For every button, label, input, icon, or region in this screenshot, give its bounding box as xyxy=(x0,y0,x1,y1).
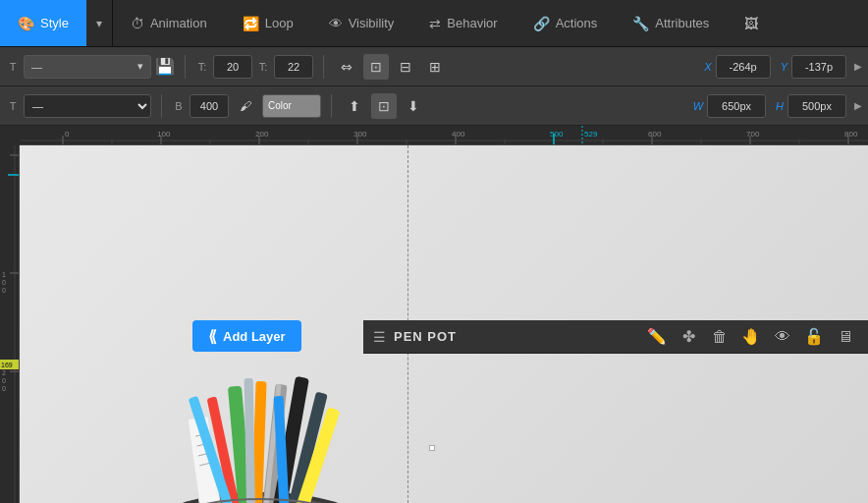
eye-tool[interactable]: 👁 xyxy=(770,324,795,350)
edit-pen-tool[interactable]: ✏️ xyxy=(644,324,670,350)
tab-visibility-label: Visibility xyxy=(349,16,395,30)
tab-style[interactable]: 🎨 Style xyxy=(0,0,86,46)
svg-text:529: 529 xyxy=(584,130,598,139)
ruler-h-svg: 0 100 200 300 400 500 529 600 700 800 xyxy=(20,126,868,145)
align-right-btn[interactable]: ⊞ xyxy=(422,54,448,80)
add-layer-button[interactable]: ⟪ Add Layer xyxy=(192,320,301,352)
monitor-tool[interactable]: 🖥 xyxy=(833,324,858,350)
behavior-icon: ⇄ xyxy=(429,16,441,31)
loop-icon: 🔁 xyxy=(243,16,259,31)
transform-tool[interactable]: ✤ xyxy=(676,324,701,350)
font-size-label-2: T: xyxy=(256,61,270,73)
tab-attributes[interactable]: 🔧 Attributes xyxy=(615,0,727,46)
top-nav-bar: 🎨 Style ▾ ⏱ Animation 🔁 Loop 👁 Visibilit… xyxy=(0,0,868,47)
visibility-icon: 👁 xyxy=(329,16,343,31)
x-coord-label: X xyxy=(704,61,711,73)
layer-tools-group: ✏️ ✤ 🗑 🤚 👁 🔓 🖥 xyxy=(644,324,858,350)
align-left-btn[interactable]: ⇔ xyxy=(334,54,359,80)
svg-text:700: 700 xyxy=(746,130,760,139)
font-size-input-2[interactable] xyxy=(274,55,313,79)
bold-value-input[interactable] xyxy=(190,94,229,118)
y-coord-label: Y xyxy=(781,61,787,73)
toolbar-row-2: T — B 🖌 Color ⬆ ⊡ ⬇ W H ▶ xyxy=(0,86,868,126)
align-center-btn[interactable]: ⊡ xyxy=(363,54,389,80)
svg-text:500: 500 xyxy=(550,130,564,139)
font-family-dropdown[interactable]: — xyxy=(24,94,151,118)
ruler-horizontal: 0 100 200 300 400 500 529 600 700 800 xyxy=(20,126,868,145)
tab-actions[interactable]: 🔗 Actions xyxy=(515,0,616,46)
color-swatch[interactable]: Color xyxy=(262,94,321,118)
more-options-2: ▶ xyxy=(854,100,862,111)
chevron-down-icon: ▾ xyxy=(96,17,102,30)
separator-1 xyxy=(185,55,186,79)
tab-behavior[interactable]: ⇄ Behavior xyxy=(411,0,515,46)
tab-animation[interactable]: ⏱ Animation xyxy=(113,0,225,46)
svg-text:1: 1 xyxy=(2,271,6,278)
x-coord-input[interactable] xyxy=(716,55,771,79)
ruler-v-svg: -D 1 0 0 169 2 0 0 xyxy=(0,145,20,503)
h-coord-input[interactable] xyxy=(787,94,846,118)
hand-tool[interactable]: 🤚 xyxy=(738,324,764,350)
h-coord-label: H xyxy=(776,100,784,112)
svg-text:0: 0 xyxy=(2,287,6,294)
svg-text:0: 0 xyxy=(2,385,6,392)
hamburger-icon[interactable]: ☰ xyxy=(373,329,386,345)
svg-text:100: 100 xyxy=(157,130,171,139)
tab-loop[interactable]: 🔁 Loop xyxy=(225,0,311,46)
color-label: Color xyxy=(268,100,292,111)
tab-actions-label: Actions xyxy=(556,16,598,30)
main-area: -D 1 0 0 169 2 0 0 ⟪ Add Layer xyxy=(0,145,868,503)
add-layer-label: Add Layer xyxy=(223,329,286,344)
w-coord-label: W xyxy=(693,100,703,112)
animation-icon: ⏱ xyxy=(131,16,144,31)
delete-tool[interactable]: 🗑 xyxy=(707,324,732,350)
tab-loop-label: Loop xyxy=(265,16,294,30)
actions-icon: 🔗 xyxy=(533,16,550,31)
separator-2 xyxy=(323,55,324,79)
y-coord-input[interactable] xyxy=(791,55,846,79)
add-layer-icon: ⟪ xyxy=(208,327,217,346)
selection-handle[interactable] xyxy=(429,445,435,451)
type-label-2: T xyxy=(6,100,20,112)
svg-rect-30 xyxy=(0,145,20,503)
tab-style-label: Style xyxy=(40,16,69,30)
svg-text:2: 2 xyxy=(2,369,6,376)
separator-3 xyxy=(161,94,162,118)
image-tab-icon: 🖼 xyxy=(744,16,758,31)
svg-text:200: 200 xyxy=(255,130,269,139)
pen-pot-illustration xyxy=(108,357,412,503)
align-middle-btn[interactable]: ⊡ xyxy=(371,93,397,119)
align-bottom-btn[interactable]: ⬇ xyxy=(401,93,426,119)
svg-text:0: 0 xyxy=(65,130,70,139)
svg-text:0: 0 xyxy=(2,279,6,286)
svg-rect-0 xyxy=(20,126,868,145)
text-color-picker-icon[interactable]: 🖌 xyxy=(233,93,258,119)
tab-visibility[interactable]: 👁 Visibility xyxy=(311,0,412,46)
tab-animation-label: Animation xyxy=(150,16,207,30)
tab-chevron[interactable]: ▾ xyxy=(86,0,113,46)
layer-name-text: PEN POT xyxy=(394,329,636,344)
canvas-area[interactable]: ⟪ Add Layer ☰ PEN POT ✏️ ✤ 🗑 🤚 👁 🔓 🖥 xyxy=(20,145,868,503)
toolbar-row-1: T — ▾ 💾 T: T: ⇔ ⊡ ⊟ ⊞ X Y ▶ xyxy=(0,47,868,86)
tab-image[interactable]: 🖼 xyxy=(727,0,776,46)
type-label-1: T xyxy=(6,61,20,73)
svg-text:400: 400 xyxy=(452,130,465,139)
lock-tool[interactable]: 🔓 xyxy=(801,324,827,350)
style-icon: 🎨 xyxy=(18,16,34,31)
align-grid-btn[interactable]: ⊟ xyxy=(393,54,418,80)
layer-name-bar: ☰ PEN POT ✏️ ✤ 🗑 🤚 👁 🔓 🖥 xyxy=(363,320,868,354)
bold-label: B xyxy=(172,100,186,112)
font-size-input-1[interactable] xyxy=(213,55,252,79)
align-top-btn[interactable]: ⬆ xyxy=(342,93,367,119)
pen-pot-svg xyxy=(108,357,412,503)
font-family-selector[interactable]: — ▾ xyxy=(24,55,151,79)
svg-text:169: 169 xyxy=(1,362,13,368)
tab-attributes-label: Attributes xyxy=(655,16,709,30)
attributes-icon: 🔧 xyxy=(632,16,649,31)
svg-text:0: 0 xyxy=(2,377,6,384)
w-coord-input[interactable] xyxy=(707,94,766,118)
separator-4 xyxy=(331,94,332,118)
svg-text:800: 800 xyxy=(844,130,858,139)
more-options: ▶ xyxy=(854,61,862,72)
save-icon-btn[interactable]: 💾 xyxy=(155,57,175,76)
